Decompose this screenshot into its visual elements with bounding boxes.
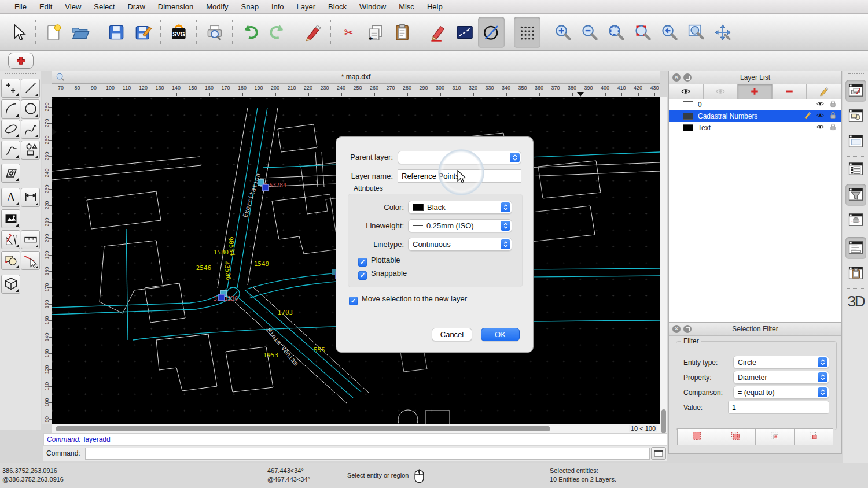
pan-button[interactable]	[709, 17, 736, 48]
ellipse-tool-button[interactable]	[1, 120, 20, 139]
menu-edit[interactable]: Edit	[33, 2, 58, 11]
zoom-selection-button[interactable]	[630, 17, 656, 48]
layer-lock-icon[interactable]	[829, 99, 841, 110]
layer-color-swatch[interactable]	[683, 101, 693, 108]
dock-layer-list-button[interactable]	[845, 80, 866, 102]
remove-layer-button[interactable]	[773, 84, 807, 99]
menu-dimension[interactable]: Dimension	[152, 2, 200, 11]
filter-value-input[interactable]	[728, 401, 829, 414]
linetype-button[interactable]	[451, 17, 478, 48]
circle-tool-button[interactable]	[21, 99, 40, 119]
menu-snap[interactable]: Snap	[235, 2, 265, 11]
svg-export-button[interactable]: SVG	[165, 17, 192, 48]
new-file-button[interactable]	[41, 17, 67, 48]
cancel-button[interactable]: Cancel	[432, 328, 472, 341]
dock-property-editor-button[interactable]	[845, 158, 866, 180]
vertical-scroll-thumb[interactable]	[661, 409, 666, 434]
undo-button[interactable]	[237, 17, 264, 48]
delete-button[interactable]	[300, 17, 326, 48]
modify-tool-button[interactable]	[1, 251, 20, 270]
measure-tool-button[interactable]	[21, 230, 40, 249]
hatch-tool-button[interactable]	[1, 164, 20, 183]
select-matching-button[interactable]	[677, 428, 716, 445]
solid-3d-tool-button[interactable]	[1, 275, 20, 294]
layer-row[interactable]: 0	[669, 99, 841, 110]
layer-visible-icon[interactable]	[816, 111, 829, 121]
move-selection-checkbox[interactable]: ✓Move selection to the new layer	[349, 294, 467, 305]
menu-select[interactable]: Select	[87, 2, 121, 11]
show-all-layers-button[interactable]	[669, 84, 704, 99]
menu-window[interactable]: Window	[353, 2, 392, 11]
add-matching-to-selection-button[interactable]	[716, 428, 755, 445]
map-reference-marker[interactable]	[262, 184, 269, 191]
property-select[interactable]: Diameter	[733, 371, 829, 384]
grid-toggle-button[interactable]	[514, 17, 540, 48]
save-button[interactable]	[103, 17, 130, 48]
cut-button[interactable]: ✂	[336, 17, 362, 48]
save-as-button[interactable]	[130, 17, 156, 48]
points-tool-button[interactable]	[1, 79, 20, 98]
palette-drag-handle[interactable]	[5, 73, 36, 76]
ok-button[interactable]: OK	[481, 328, 520, 341]
dimension-tool-button[interactable]	[21, 188, 40, 207]
entity-type-select[interactable]: Circle	[733, 356, 829, 369]
menu-help[interactable]: Help	[421, 2, 449, 11]
close-panel-button[interactable]: ✕	[672, 73, 681, 82]
menu-info[interactable]: Info	[265, 2, 290, 11]
3d-dock-label[interactable]: 3D	[843, 293, 868, 310]
layer-row[interactable]: Text	[669, 122, 841, 134]
paste-button[interactable]	[389, 17, 415, 48]
menu-view[interactable]: View	[58, 2, 87, 11]
dock-command-line-button[interactable]	[845, 237, 866, 259]
layer-color-swatch[interactable]	[683, 124, 693, 131]
command-input[interactable]	[85, 448, 650, 460]
layer-row[interactable]: Cadastral Numbers	[669, 110, 841, 122]
divide-button[interactable]	[478, 17, 505, 48]
plottable-checkbox[interactable]: ✓Plottable	[358, 256, 400, 267]
zoom-previous-button[interactable]	[656, 17, 683, 48]
menu-file[interactable]: File	[8, 2, 33, 11]
horizontal-scrollbar[interactable]: 10 < 100	[52, 424, 660, 433]
layer-lock-icon[interactable]	[829, 123, 841, 133]
dock-script-shell-button[interactable]	[845, 209, 866, 231]
float-panel-button[interactable]	[683, 73, 692, 82]
snappable-checkbox[interactable]: ✓Snappable	[358, 269, 407, 280]
dock-block-list-button[interactable]	[845, 105, 866, 127]
text-tool-button[interactable]: A	[1, 188, 20, 207]
cad-draw-tool-button[interactable]	[1, 230, 20, 249]
layer-visible-icon[interactable]	[816, 123, 829, 133]
print-preview-button[interactable]	[201, 17, 228, 48]
zoom-auto-button[interactable]	[603, 17, 630, 48]
document-tab-title[interactable]: * map.dxf	[52, 73, 660, 81]
menu-modify[interactable]: Modify	[200, 2, 234, 11]
layer-visible-icon[interactable]	[816, 99, 829, 110]
trim-tool-button[interactable]	[21, 251, 40, 270]
image-tool-button[interactable]	[1, 209, 20, 228]
dock-drag-handle[interactable]	[848, 73, 864, 74]
edit-layer-button[interactable]	[807, 84, 841, 99]
menu-misc[interactable]: Misc	[392, 2, 421, 11]
lineweight-select[interactable]: 0.25mm (ISO)	[408, 219, 512, 232]
menu-layer[interactable]: Layer	[290, 2, 322, 11]
arc-tool-button[interactable]	[1, 99, 20, 119]
dock-selection-filter-button[interactable]	[845, 184, 866, 206]
command-history-toggle-button[interactable]	[651, 447, 666, 460]
remove-matching-from-selection-button[interactable]	[755, 428, 794, 445]
add-layer-button[interactable]	[738, 84, 773, 99]
vertical-scrollbar[interactable]	[660, 97, 667, 444]
map-reference-marker[interactable]	[218, 294, 225, 301]
linetype-select[interactable]: Continuous	[408, 238, 512, 251]
horizontal-scroll-thumb[interactable]	[56, 426, 550, 431]
zoom-in-button[interactable]	[550, 17, 576, 48]
draw-pen-button[interactable]	[425, 17, 451, 48]
shape-tool-button[interactable]	[21, 141, 40, 160]
color-select[interactable]: Black	[408, 201, 512, 214]
menu-draw[interactable]: Draw	[121, 2, 151, 11]
dock-library-browser-button[interactable]	[845, 131, 866, 153]
float-panel-button[interactable]	[683, 325, 692, 333]
hide-all-layers-button[interactable]	[704, 84, 738, 99]
intersect-selection-button[interactable]	[794, 428, 833, 445]
layer-lock-icon[interactable]	[829, 111, 841, 121]
copy-button[interactable]: +	[362, 17, 389, 48]
menu-block[interactable]: Block	[322, 2, 353, 11]
